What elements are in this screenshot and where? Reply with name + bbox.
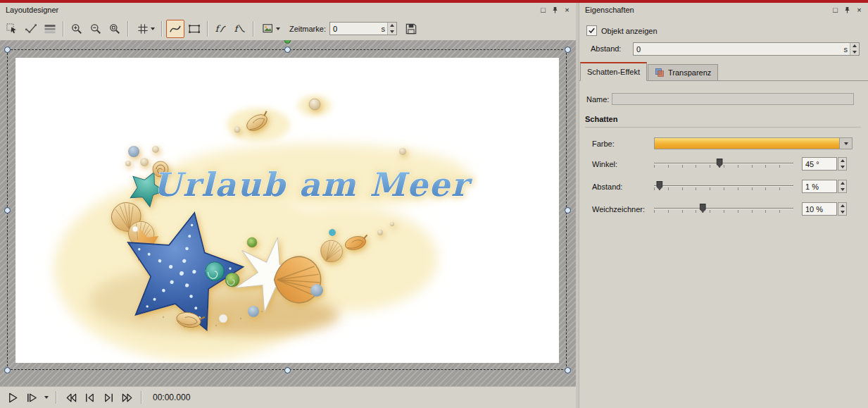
zoom-fit-button[interactable] bbox=[106, 20, 124, 38]
weichzeichner-value[interactable]: 10 % bbox=[802, 202, 837, 216]
chevron-down-icon bbox=[276, 27, 280, 30]
app-window: Layoutdesigner □ × bbox=[0, 0, 868, 408]
slider-track bbox=[654, 185, 793, 186]
zoom-out-button[interactable] bbox=[87, 20, 105, 38]
abstand-slider[interactable] bbox=[654, 180, 793, 192]
abstand-time-spinner[interactable] bbox=[850, 43, 859, 55]
skip-start-button[interactable] bbox=[62, 389, 79, 406]
name-field[interactable] bbox=[612, 93, 854, 105]
eigenschaften-panel: Eigenschaften □ × Objekt anzeigen Abstan… bbox=[579, 3, 868, 408]
layout-float-button[interactable]: □ bbox=[537, 5, 549, 16]
selection-handle-bottom-center[interactable] bbox=[284, 367, 291, 373]
show-object-checkbox[interactable] bbox=[586, 25, 597, 36]
fade-in-button[interactable]: f bbox=[212, 20, 230, 38]
rotation-handle[interactable] bbox=[284, 40, 291, 44]
grid-button[interactable] bbox=[132, 20, 158, 38]
toolbar-separator bbox=[127, 21, 129, 37]
zeitmarke-input[interactable]: 0 bbox=[330, 23, 379, 35]
select-tool-icon bbox=[5, 22, 19, 36]
farbe-swatch[interactable] bbox=[654, 137, 840, 149]
selection-handle-top-left[interactable] bbox=[4, 47, 11, 53]
layoutdesigner-title: Layoutdesigner bbox=[6, 6, 537, 14]
save-button[interactable] bbox=[402, 20, 420, 38]
play-from-here-button[interactable] bbox=[23, 389, 40, 406]
abstand-time-unit: s bbox=[842, 43, 850, 55]
layoutdesigner-panel: Layoutdesigner □ × bbox=[0, 3, 576, 408]
selection-handle-bottom-right[interactable] bbox=[565, 367, 571, 373]
fade-in-icon: f bbox=[214, 22, 228, 36]
curve-tool-button[interactable] bbox=[22, 20, 40, 38]
tab-schatten-label: Schatten-Effekt bbox=[587, 68, 640, 76]
skip-end-button[interactable] bbox=[119, 389, 136, 406]
winkel-spinner[interactable] bbox=[838, 157, 847, 171]
camera-frame-button[interactable] bbox=[185, 20, 203, 38]
abstand-time-label: Abstand: bbox=[591, 44, 621, 53]
selection-handle-top-right[interactable] bbox=[565, 47, 571, 53]
abstand-value[interactable]: 1 % bbox=[802, 180, 837, 193]
abstand-spinner[interactable] bbox=[838, 180, 847, 193]
artwork-text: Urlaub am Meer bbox=[153, 166, 472, 204]
schatten-section-title: Schatten bbox=[585, 115, 617, 123]
properties-pin-button[interactable] bbox=[841, 5, 853, 16]
farbe-label: Farbe: bbox=[592, 140, 615, 148]
name-label: Name: bbox=[586, 95, 609, 104]
toolbar-separator bbox=[63, 21, 64, 37]
pin-icon bbox=[551, 6, 559, 14]
properties-close-button[interactable]: × bbox=[853, 5, 865, 16]
tracks-button[interactable] bbox=[41, 20, 59, 38]
tab-transparenz[interactable]: Transparenz bbox=[648, 64, 718, 80]
properties-tabstrip: Schatten-Effekt Transparenz bbox=[579, 62, 868, 81]
playbar-separator bbox=[141, 391, 142, 404]
section-divider bbox=[585, 127, 861, 128]
zoom-out-icon bbox=[89, 22, 103, 36]
abstand-time-field[interactable]: 0 s bbox=[633, 42, 860, 56]
properties-float-button[interactable]: □ bbox=[829, 5, 841, 16]
abstand-shadow-label: Abstand: bbox=[592, 183, 622, 191]
play-button[interactable] bbox=[4, 389, 21, 406]
svg-text:f: f bbox=[234, 23, 240, 34]
zeitmarke-unit: s bbox=[379, 23, 387, 35]
fade-out-icon: f bbox=[233, 22, 247, 36]
chevron-down-icon bbox=[844, 142, 848, 145]
zoom-in-button[interactable] bbox=[68, 20, 86, 38]
tab-schatten-effekt[interactable]: Schatten-Effekt bbox=[580, 62, 647, 81]
skip-end-icon bbox=[121, 391, 134, 404]
image-effect-button[interactable] bbox=[258, 20, 283, 38]
weichzeichner-slider[interactable] bbox=[654, 203, 793, 214]
chevron-down-icon bbox=[44, 396, 49, 399]
zeitmarke-field[interactable]: 0 s bbox=[329, 22, 397, 35]
abstand-time-input[interactable]: 0 bbox=[634, 43, 842, 55]
selection-handle-mid-right[interactable] bbox=[565, 207, 571, 214]
svg-text:f: f bbox=[215, 23, 221, 34]
slider-ticks bbox=[654, 165, 793, 168]
winkel-value[interactable]: 45 ° bbox=[802, 157, 837, 171]
play-options-button[interactable] bbox=[42, 389, 51, 406]
transparency-icon bbox=[655, 68, 665, 78]
winkel-slider[interactable] bbox=[654, 158, 793, 169]
layout-toolbar: f f Zeitmarke: 0 s bbox=[0, 17, 576, 41]
fade-out-button[interactable]: f bbox=[231, 20, 249, 38]
toolbar-separator bbox=[161, 21, 163, 37]
step-forward-button[interactable] bbox=[100, 389, 117, 406]
camera-frame-icon bbox=[187, 22, 201, 36]
canvas-region: Urlaub am Meer bbox=[0, 40, 576, 386]
chevron-down-icon bbox=[151, 27, 155, 30]
slider-ticks bbox=[654, 187, 793, 190]
zeitmarke-spinner[interactable] bbox=[387, 23, 396, 35]
step-back-button[interactable] bbox=[81, 389, 98, 406]
selection-handle-bottom-left[interactable] bbox=[4, 367, 11, 373]
farbe-dropdown-button[interactable] bbox=[840, 137, 853, 149]
s-curve-tool-button[interactable] bbox=[166, 20, 184, 38]
zoom-fit-icon bbox=[108, 22, 122, 36]
eigenschaften-title: Eigenschaften bbox=[585, 6, 829, 14]
layout-pin-button[interactable] bbox=[549, 5, 561, 16]
toolbar-separator bbox=[207, 21, 208, 37]
selection-handle-mid-left[interactable] bbox=[4, 207, 11, 214]
layout-close-button[interactable]: × bbox=[561, 5, 573, 16]
select-tool-button[interactable] bbox=[3, 20, 21, 38]
check-icon bbox=[588, 27, 596, 35]
canvas[interactable]: Urlaub am Meer bbox=[15, 58, 559, 363]
weichzeichner-spinner[interactable] bbox=[838, 202, 847, 216]
skip-start-icon bbox=[64, 391, 77, 404]
selection-handle-top-center[interactable] bbox=[284, 47, 291, 53]
